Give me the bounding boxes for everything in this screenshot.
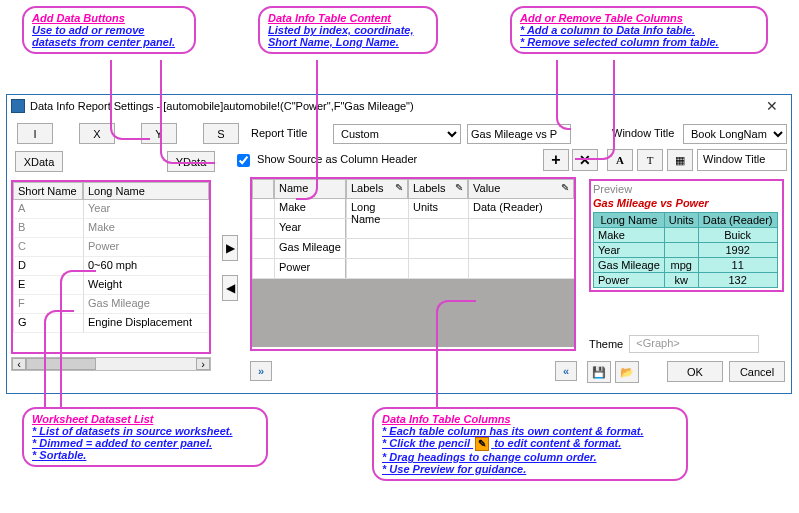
callout-line: * Dimmed = added to center panel. bbox=[32, 437, 258, 449]
i-button[interactable]: I bbox=[17, 123, 53, 144]
collapse-left-button[interactable]: « bbox=[555, 361, 577, 381]
window-title-mode-select[interactable]: Book LongName Only bbox=[683, 124, 787, 144]
report-title-mode-select[interactable]: Custom bbox=[333, 124, 461, 144]
callout-title: Data Info Table Columns bbox=[382, 413, 678, 425]
callout-line: * Drag headings to change column order. bbox=[382, 451, 678, 463]
col-index[interactable] bbox=[252, 179, 274, 199]
add-column-button[interactable]: + bbox=[543, 149, 569, 171]
dataset-row: CPower bbox=[13, 238, 209, 257]
callout-wks-list: Worksheet Dataset List * List of dataset… bbox=[22, 407, 268, 467]
window-title-box[interactable]: Window Title bbox=[697, 149, 787, 171]
open-button[interactable]: 📂 bbox=[615, 361, 639, 383]
dataset-row: EWeight bbox=[13, 276, 209, 295]
dataset-header-longname[interactable]: Long Name bbox=[83, 182, 209, 200]
callout-line: datasets from center panel. bbox=[32, 36, 186, 48]
show-source-checkbox-label[interactable]: Show Source as Column Header bbox=[237, 153, 417, 167]
callout-table-content: Data Info Table Content Listed by index,… bbox=[258, 6, 438, 54]
font-style-t-button[interactable]: T bbox=[637, 149, 663, 171]
table-row[interactable]: Year bbox=[252, 219, 574, 239]
cancel-button[interactable]: Cancel bbox=[729, 361, 785, 382]
table-row[interactable]: Power bbox=[252, 259, 574, 279]
xdata-button[interactable]: XData bbox=[15, 151, 63, 172]
theme-label: Theme bbox=[589, 338, 623, 350]
dataset-header-shortname[interactable]: Short Name bbox=[13, 182, 83, 200]
pencil-icon[interactable]: ✎ bbox=[395, 182, 403, 193]
callout-line: * Sortable. bbox=[32, 449, 258, 461]
dataset-row: D0~60 mph bbox=[13, 257, 209, 276]
pencil-icon[interactable]: ✎ bbox=[455, 182, 463, 193]
pencil-icon[interactable]: ✎ bbox=[561, 182, 569, 193]
dataset-row: GEngine Displacement bbox=[13, 314, 209, 333]
report-title-input[interactable] bbox=[467, 124, 571, 144]
table-row[interactable]: MakeLong NameUnitsData (Reader) bbox=[252, 199, 574, 219]
move-left-button[interactable]: ◀ bbox=[222, 275, 238, 301]
preview-panel: Preview Gas Mileage vs Power Long NameUn… bbox=[589, 179, 784, 292]
app-icon bbox=[11, 99, 25, 113]
preview-table: Long NameUnitsData (Reader) MakeBuick Ye… bbox=[593, 212, 778, 288]
callout-line: Short Name, Long Name. bbox=[268, 36, 428, 48]
callout-title: Data Info Table Content bbox=[268, 12, 428, 24]
callout-title: Add or Remove Table Columns bbox=[520, 12, 758, 24]
dataset-grid[interactable]: Short Name Long Name AYear BMake CPower … bbox=[11, 180, 211, 354]
dataset-rows: AYear BMake CPower D0~60 mph EWeight FGa… bbox=[13, 200, 209, 333]
callout-line: * Add a column to Data Info table. bbox=[520, 24, 758, 36]
callout-line: * List of datasets in source worksheet. bbox=[32, 425, 258, 437]
col-value[interactable]: Value✎ bbox=[468, 179, 574, 199]
window-title-label: Window Title bbox=[612, 127, 674, 139]
dataset-row: AYear bbox=[13, 200, 209, 219]
scroll-right-icon[interactable]: › bbox=[196, 358, 210, 370]
data-info-table[interactable]: Name Labels✎ Labels✎ Value✎ MakeLong Nam… bbox=[250, 177, 576, 351]
callout-line: Listed by index, coordinate, bbox=[268, 24, 428, 36]
callout-line: * Remove selected column from table. bbox=[520, 36, 758, 48]
callout-title: Worksheet Dataset List bbox=[32, 413, 258, 425]
callout-line: Use to add or remove bbox=[32, 24, 186, 36]
preview-chart-title: Gas Mileage vs Power bbox=[593, 195, 780, 212]
preview-label: Preview bbox=[593, 183, 780, 195]
dataset-row: BMake bbox=[13, 219, 209, 238]
dataset-row: FGas Mileage bbox=[13, 295, 209, 314]
callout-line: * Click the pencil to edit content & for… bbox=[382, 437, 678, 451]
callout-line: * Each table column has its own content … bbox=[382, 425, 678, 437]
callout-add-data: Add Data Buttons Use to add or remove da… bbox=[22, 6, 196, 54]
callout-addremove-cols: Add or Remove Table Columns * Add a colu… bbox=[510, 6, 768, 54]
expand-right-button[interactable]: » bbox=[250, 361, 272, 381]
save-button[interactable]: 💾 bbox=[587, 361, 611, 383]
show-source-checkbox[interactable] bbox=[237, 154, 250, 167]
callout-table-cols: Data Info Table Columns * Each table col… bbox=[372, 407, 688, 481]
scroll-left-icon[interactable]: ‹ bbox=[12, 358, 26, 370]
col-labels-1[interactable]: Labels✎ bbox=[346, 179, 408, 199]
close-button[interactable]: ✕ bbox=[757, 98, 787, 114]
grid-style-button[interactable]: ▦ bbox=[667, 149, 693, 171]
horizontal-scrollbar[interactable]: ‹ › bbox=[11, 357, 211, 371]
ok-button[interactable]: OK bbox=[667, 361, 723, 382]
callout-line: * Use Preview for guidance. bbox=[382, 463, 678, 475]
table-row[interactable]: Gas Mileage bbox=[252, 239, 574, 259]
callout-title: Add Data Buttons bbox=[32, 12, 186, 24]
theme-value[interactable]: <Graph> bbox=[629, 335, 759, 353]
col-labels-2[interactable]: Labels✎ bbox=[408, 179, 468, 199]
move-right-button[interactable]: ▶ bbox=[222, 235, 238, 261]
